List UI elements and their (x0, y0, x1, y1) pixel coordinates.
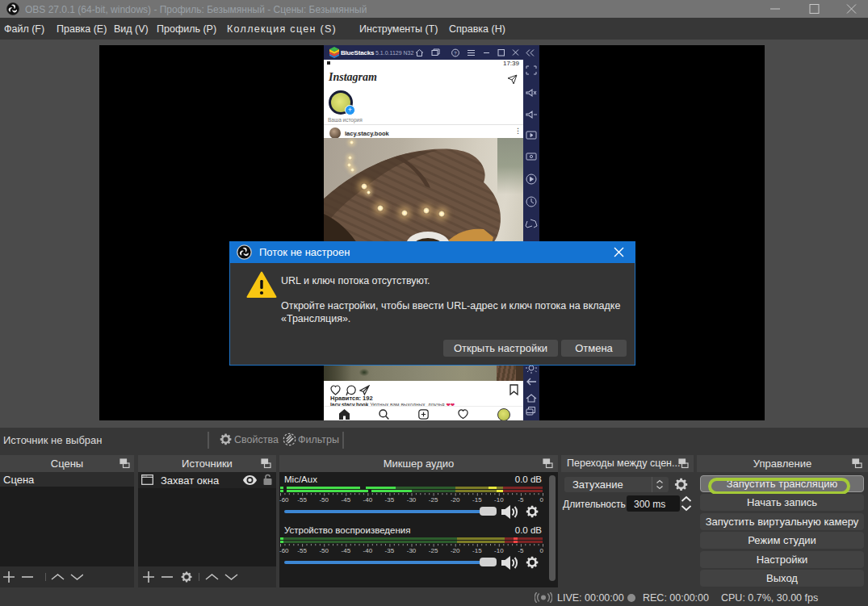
svg-text:-45: -45 (342, 496, 351, 503)
svg-text:-25: -25 (429, 496, 438, 503)
svg-text:-5: -5 (518, 547, 524, 554)
svg-text:-35: -35 (385, 496, 395, 503)
svg-text:0: 0 (540, 496, 544, 503)
svg-text:-10: -10 (494, 496, 504, 503)
svg-text:-55: -55 (297, 496, 307, 503)
svg-text:-25: -25 (429, 547, 438, 554)
svg-text:-5: -5 (518, 496, 524, 503)
svg-text:-50: -50 (319, 547, 329, 554)
svg-text:-40: -40 (363, 547, 373, 554)
svg-text:-40: -40 (363, 496, 373, 503)
svg-text:-60: -60 (279, 496, 289, 503)
svg-text:-15: -15 (472, 547, 482, 554)
svg-text:-45: -45 (342, 547, 351, 554)
svg-text:-60: -60 (279, 547, 289, 554)
svg-text:-30: -30 (407, 496, 417, 503)
svg-text:-20: -20 (451, 496, 460, 503)
svg-text:?: ? (454, 51, 457, 56)
svg-text:0: 0 (540, 547, 544, 554)
svg-text:-15: -15 (472, 496, 482, 503)
svg-text:-35: -35 (385, 547, 395, 554)
svg-text:-50: -50 (319, 496, 329, 503)
svg-text:-30: -30 (407, 547, 417, 554)
svg-text:-10: -10 (494, 547, 504, 554)
svg-text:-55: -55 (297, 547, 307, 554)
svg-text:-20: -20 (451, 547, 460, 554)
